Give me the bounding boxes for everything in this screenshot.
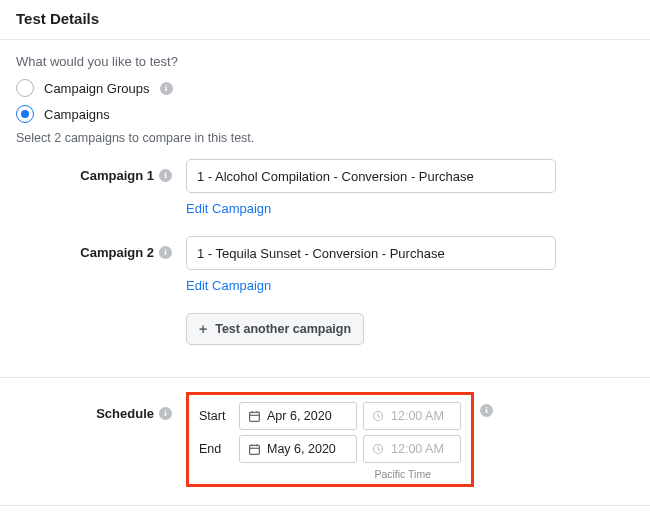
start-date-input[interactable]: Apr 6, 2020 bbox=[239, 402, 357, 430]
svg-rect-0 bbox=[250, 412, 260, 421]
add-campaign-button[interactable]: + Test another campaign bbox=[186, 313, 364, 345]
edit-campaign1-link[interactable]: Edit Campaign bbox=[186, 201, 634, 216]
end-time-input[interactable]: 12:00 AM bbox=[363, 435, 461, 463]
info-icon[interactable]: i bbox=[480, 404, 493, 417]
select-hint: Select 2 campaigns to compare in this te… bbox=[16, 131, 634, 145]
svg-rect-5 bbox=[250, 445, 260, 454]
plus-icon: + bbox=[199, 322, 207, 336]
radio-campaigns[interactable]: Campaigns bbox=[16, 105, 634, 123]
end-date-input[interactable]: May 6, 2020 bbox=[239, 435, 357, 463]
radio-icon bbox=[16, 105, 34, 123]
add-campaign-label: Test another campaign bbox=[215, 322, 351, 336]
radio-label: Campaigns bbox=[44, 107, 110, 122]
section-title: Test Details bbox=[0, 0, 650, 39]
calendar-icon bbox=[248, 410, 261, 423]
campaign2-label: Campaign 2 i bbox=[16, 236, 186, 260]
campaign1-label: Campaign 1 i bbox=[16, 159, 186, 183]
clock-icon bbox=[372, 410, 385, 423]
radio-campaign-groups[interactable]: Campaign Groups i bbox=[16, 79, 634, 97]
radio-icon bbox=[16, 79, 34, 97]
clock-icon bbox=[372, 443, 385, 456]
info-icon[interactable]: i bbox=[159, 407, 172, 420]
radio-label: Campaign Groups bbox=[44, 81, 150, 96]
campaign2-input[interactable] bbox=[186, 236, 556, 270]
info-icon[interactable]: i bbox=[159, 246, 172, 259]
start-label: Start bbox=[199, 409, 233, 423]
start-time-input[interactable]: 12:00 AM bbox=[363, 402, 461, 430]
schedule-label: Schedule i bbox=[16, 392, 186, 421]
end-label: End bbox=[199, 442, 233, 456]
edit-campaign2-link[interactable]: Edit Campaign bbox=[186, 278, 634, 293]
schedule-highlight: Start Apr 6, 2020 12:00 AM bbox=[186, 392, 474, 487]
campaign1-input[interactable] bbox=[186, 159, 556, 193]
calendar-icon bbox=[248, 443, 261, 456]
info-icon[interactable]: i bbox=[159, 169, 172, 182]
info-icon[interactable]: i bbox=[160, 82, 173, 95]
timezone-label: Pacific Time bbox=[199, 468, 461, 480]
test-question: What would you like to test? bbox=[16, 54, 634, 69]
